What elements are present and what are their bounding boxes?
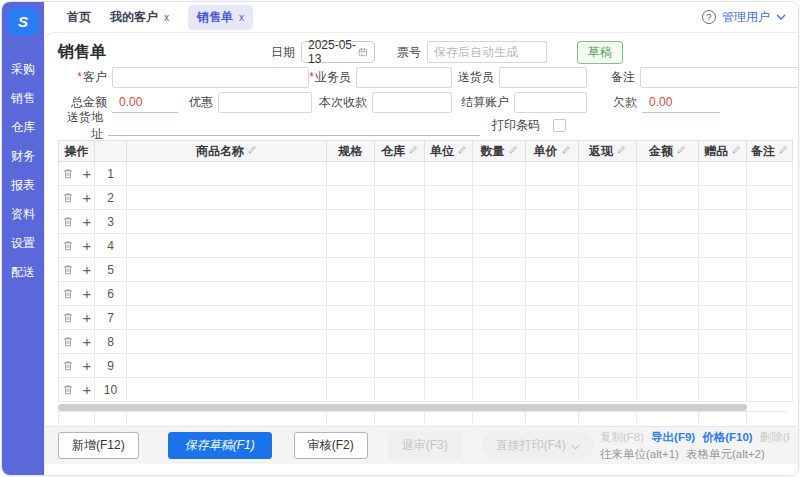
cell-remark[interactable]: [747, 186, 793, 210]
sidebar-item-finance[interactable]: 财务: [2, 142, 44, 171]
note-input[interactable]: [640, 67, 799, 88]
user-menu[interactable]: 管理用户: [722, 9, 770, 26]
add-row-icon[interactable]: +: [83, 214, 92, 229]
cell-quantity[interactable]: [473, 306, 526, 330]
edit-column-icon[interactable]: [778, 144, 788, 158]
sidebar-item-delivery[interactable]: 配送: [2, 258, 44, 287]
sidebar-item-data[interactable]: 资料: [2, 200, 44, 229]
cell-product-name[interactable]: [127, 258, 327, 282]
cell-cashback[interactable]: [579, 282, 637, 306]
cell-cashback[interactable]: [579, 306, 637, 330]
cell-amount[interactable]: [637, 186, 699, 210]
price-link[interactable]: 价格(F10): [702, 429, 752, 446]
tab-close-icon[interactable]: x: [239, 12, 244, 23]
new-button[interactable]: 新增(F12): [58, 432, 139, 459]
cell-gift[interactable]: [699, 162, 747, 186]
edit-column-icon[interactable]: [676, 144, 686, 158]
cell-unit-price[interactable]: [526, 162, 579, 186]
save-draft-button[interactable]: 保存草稿(F1): [168, 432, 272, 459]
cell-product-name[interactable]: [127, 378, 327, 402]
cell-unit[interactable]: [425, 378, 473, 402]
cell-quantity[interactable]: [473, 162, 526, 186]
cell-unit-price[interactable]: [526, 306, 579, 330]
cell-warehouse[interactable]: [375, 258, 425, 282]
cell-gift[interactable]: [699, 282, 747, 306]
cell-product-name[interactable]: [127, 282, 327, 306]
audit-button[interactable]: 审核(F2): [294, 432, 368, 459]
delete-row-icon[interactable]: [62, 263, 74, 276]
sidebar-item-sales[interactable]: 销售: [2, 84, 44, 113]
cell-spec[interactable]: [327, 258, 375, 282]
copy-link[interactable]: 复制(F8): [600, 429, 644, 446]
cell-spec[interactable]: [327, 282, 375, 306]
cell-warehouse[interactable]: [375, 186, 425, 210]
tab-sales-order[interactable]: 销售单x: [188, 5, 253, 30]
cell-warehouse[interactable]: [375, 306, 425, 330]
cell-gift[interactable]: [699, 354, 747, 378]
cell-product-name[interactable]: [127, 186, 327, 210]
cell-amount[interactable]: [637, 162, 699, 186]
edit-column-icon[interactable]: [731, 144, 741, 158]
cell-remark[interactable]: [747, 234, 793, 258]
cell-remark[interactable]: [747, 210, 793, 234]
cell-product-name[interactable]: [127, 162, 327, 186]
add-row-icon[interactable]: +: [83, 166, 92, 181]
cell-gift[interactable]: [699, 234, 747, 258]
cell-gift[interactable]: [699, 306, 747, 330]
cell-unit-price[interactable]: [526, 234, 579, 258]
cell-cashback[interactable]: [579, 330, 637, 354]
help-icon[interactable]: ?: [702, 10, 716, 24]
cell-product-name[interactable]: [127, 354, 327, 378]
cell-warehouse[interactable]: [375, 282, 425, 306]
horizontal-scrollbar[interactable]: [58, 404, 747, 411]
cell-spec[interactable]: [327, 354, 375, 378]
add-row-icon[interactable]: +: [83, 238, 92, 253]
delete-row-icon[interactable]: [62, 239, 74, 252]
cell-remark[interactable]: [747, 354, 793, 378]
cell-remark[interactable]: [747, 330, 793, 354]
edit-column-icon[interactable]: [508, 144, 518, 158]
cell-product-name[interactable]: [127, 330, 327, 354]
edit-column-icon[interactable]: [561, 144, 571, 158]
date-input[interactable]: 2025-05-13: [301, 41, 375, 63]
cell-unit-price[interactable]: [526, 186, 579, 210]
cell-unit[interactable]: [425, 258, 473, 282]
cell-gift[interactable]: [699, 186, 747, 210]
cell-remark[interactable]: [747, 282, 793, 306]
table-cell-link[interactable]: 表格单元(alt+2): [686, 446, 765, 463]
cell-cashback[interactable]: [579, 258, 637, 282]
cell-quantity[interactable]: [473, 186, 526, 210]
cell-spec[interactable]: [327, 306, 375, 330]
customer-input[interactable]: [112, 67, 309, 88]
cell-cashback[interactable]: [579, 354, 637, 378]
deliveryman-input[interactable]: [499, 67, 587, 88]
delivery-address-input[interactable]: [108, 116, 480, 136]
cell-quantity[interactable]: [473, 234, 526, 258]
partner-unit-link[interactable]: 往来单位(alt+1): [600, 446, 679, 463]
cell-amount[interactable]: [637, 234, 699, 258]
cell-spec[interactable]: [327, 378, 375, 402]
cell-unit-price[interactable]: [526, 378, 579, 402]
cell-quantity[interactable]: [473, 210, 526, 234]
cell-spec[interactable]: [327, 186, 375, 210]
add-row-icon[interactable]: +: [83, 190, 92, 205]
edit-column-icon[interactable]: [408, 144, 418, 158]
cell-quantity[interactable]: [473, 282, 526, 306]
cell-product-name[interactable]: [127, 210, 327, 234]
cell-remark[interactable]: [747, 162, 793, 186]
delete-row-icon[interactable]: [62, 383, 74, 396]
cell-warehouse[interactable]: [375, 378, 425, 402]
discount-input[interactable]: [218, 92, 312, 113]
cell-remark[interactable]: [747, 258, 793, 282]
cell-amount[interactable]: [637, 306, 699, 330]
cell-unit-price[interactable]: [526, 330, 579, 354]
cell-warehouse[interactable]: [375, 162, 425, 186]
cell-spec[interactable]: [327, 210, 375, 234]
salesman-input[interactable]: [356, 67, 452, 88]
cell-warehouse[interactable]: [375, 210, 425, 234]
edit-column-icon[interactable]: [616, 144, 626, 158]
cell-warehouse[interactable]: [375, 330, 425, 354]
cell-unit[interactable]: [425, 354, 473, 378]
export-link[interactable]: 导出(F9): [651, 429, 695, 446]
cell-unit[interactable]: [425, 162, 473, 186]
